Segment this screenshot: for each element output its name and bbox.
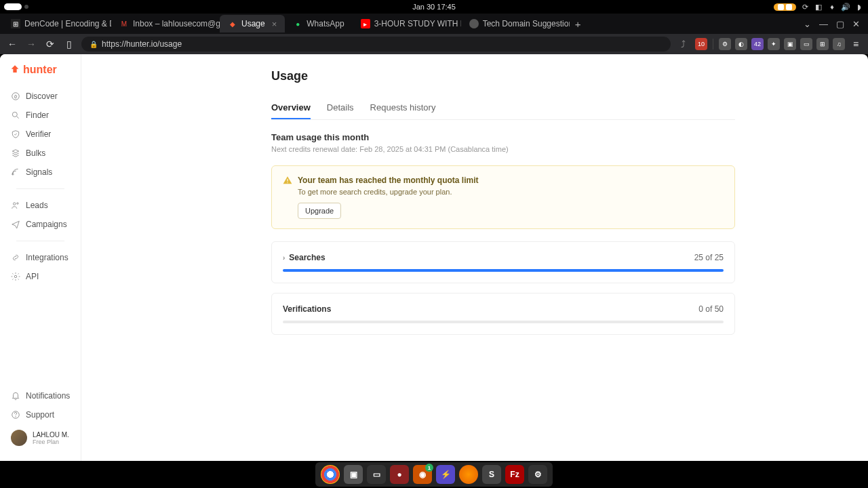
section-title: Team usage this month [271, 132, 735, 142]
dock-firefox-icon[interactable] [459, 465, 478, 484]
svg-point-4 [17, 203, 18, 204]
sidebar-item-notifications[interactable]: Notifications [7, 386, 74, 405]
dock-recorder-icon[interactable]: ● [390, 465, 409, 484]
tab-overview[interactable]: Overview [271, 97, 311, 119]
tab-favicon: ⊞ [11, 19, 20, 28]
sidebar-item-integrations[interactable]: Integrations [7, 248, 74, 267]
sidebar-item-label: Discover [26, 92, 58, 101]
brand-logo[interactable]: hunter [0, 64, 81, 87]
extension-icon[interactable]: ⚙ [719, 38, 731, 50]
tab-dencode[interactable]: ⊞ DenCode | Encoding & Dec [3, 15, 111, 33]
reader-mode-icon[interactable]: ▯ [62, 37, 76, 51]
extension-icon[interactable]: ⊞ [816, 38, 829, 50]
dock-filezilla-icon[interactable]: Fz [505, 465, 524, 484]
dock-sublime-icon[interactable]: S [482, 465, 501, 484]
extension-icon[interactable]: ◐ [735, 38, 747, 50]
activities-pill[interactable] [4, 3, 22, 10]
wifi-icon[interactable]: ◧ [814, 2, 823, 12]
hamburger-menu-icon[interactable]: ≡ [849, 37, 863, 51]
discover-icon [11, 92, 20, 101]
sidebar-item-support[interactable]: Support [7, 405, 74, 424]
user-plan: Free Plan [33, 439, 69, 445]
gmail-icon: M [119, 19, 129, 28]
page-viewport: hunter Discover Finder Verifier Bulks Si… [0, 54, 868, 461]
svg-point-7 [16, 417, 16, 418]
sidebar-item-leads[interactable]: Leads [7, 196, 74, 215]
dock-settings-icon[interactable]: ⚙ [528, 465, 547, 484]
tab-whatsapp[interactable]: ● WhatsApp [285, 15, 352, 33]
sidebar-item-label: Signals [26, 167, 52, 177]
user-account-row[interactable]: LAHLOU M. Free Plan [7, 424, 74, 451]
extension-icons: ⚙ ◐ 42 ✦ ▣ ▭ ⊞ ♫ ≡ [719, 37, 863, 51]
volume-icon[interactable]: 🔊 [841, 2, 850, 12]
chevron-right-icon: › [283, 254, 285, 262]
browser-url-bar: ← → ⟳ ▯ 🔒 https://hunter.io/usage ⤴ 10 ⚙… [0, 34, 868, 54]
usage-label: Verifications [283, 304, 331, 314]
check-shield-icon [11, 129, 20, 139]
browser-tab-strip: ⊞ DenCode | Encoding & Dec M Inbox – lah… [0, 14, 868, 34]
tab-label: WhatsApp [307, 19, 344, 28]
maximize-icon[interactable]: ▢ [836, 19, 844, 29]
whatsapp-icon: ● [293, 19, 302, 28]
youtube-icon: ▸ [361, 19, 370, 28]
extension-icon[interactable]: ▭ [800, 38, 812, 50]
alert-title: Your team has reached the monthly quota … [298, 176, 479, 185]
system-clock[interactable]: Jan 30 17:45 [412, 3, 456, 11]
svg-point-2 [12, 174, 14, 175]
tab-youtube[interactable]: ▸ 3-HOUR STUDY WITH ME [353, 15, 461, 33]
tabs-dropdown-icon[interactable]: ⌄ [804, 19, 811, 29]
battery-icon[interactable]: ◗ [854, 2, 864, 12]
svg-point-0 [12, 93, 20, 100]
forward-button[interactable]: → [24, 37, 38, 51]
sidebar-item-verifier[interactable]: Verifier [7, 125, 74, 144]
page-tabs: Overview Details Requests history [271, 97, 735, 120]
sidebar-item-finder[interactable]: Finder [7, 106, 74, 125]
sidebar-item-signals[interactable]: Signals [7, 163, 74, 182]
refresh-icon[interactable]: ⟳ [800, 2, 810, 12]
page-title: Usage [271, 69, 735, 83]
dock-files-icon[interactable]: ▣ [344, 465, 363, 484]
bluetooth-icon[interactable]: ♦ [827, 2, 837, 12]
upgrade-button[interactable]: Upgrade [298, 203, 341, 219]
back-button[interactable]: ← [5, 37, 19, 51]
share-icon[interactable]: ⤴ [676, 37, 690, 51]
hunter-logo-icon [9, 64, 20, 75]
dock-chrome-icon[interactable] [321, 465, 340, 484]
sidebar-item-discover[interactable]: Discover [7, 87, 74, 106]
tab-details[interactable]: Details [327, 97, 354, 119]
tab-inbox[interactable]: M Inbox – lahlousecom@gmail [111, 15, 220, 33]
sidebar-item-label: Verifier [26, 129, 51, 139]
recording-indicator[interactable] [774, 3, 796, 11]
close-icon[interactable]: × [272, 19, 277, 29]
usage-count: 25 of 25 [694, 253, 724, 262]
new-tab-button[interactable]: + [570, 18, 587, 30]
sidebar-item-api[interactable]: API [7, 267, 74, 286]
close-window-icon[interactable]: ✕ [852, 19, 860, 29]
dock-burp-icon[interactable]: ◉ [413, 465, 432, 484]
usage-card-verifications[interactable]: Verifications 0 of 50 [271, 293, 735, 335]
system-top-bar: Jan 30 17:45 ⟳ ◧ ♦ 🔊 ◗ [0, 0, 868, 14]
system-dock: ▣ ▭ ● ◉ ⚡ S Fz ⚙ [0, 461, 868, 488]
system-tray: ⟳ ◧ ♦ 🔊 ◗ [774, 2, 864, 12]
main-content: Usage Overview Details Requests history … [81, 54, 868, 461]
reload-button[interactable]: ⟳ [43, 37, 57, 51]
dock-tool-icon[interactable]: ⚡ [436, 465, 455, 484]
layers-icon [11, 148, 20, 158]
warning-icon [283, 176, 292, 185]
address-bar[interactable]: 🔒 https://hunter.io/usage [81, 37, 671, 52]
tab-requests-history[interactable]: Requests history [370, 97, 436, 119]
usage-card-searches[interactable]: › Searches 25 of 25 [271, 241, 735, 283]
tab-usage[interactable]: ◆ Usage × [220, 15, 285, 33]
dock-terminal-icon[interactable]: ▭ [367, 465, 386, 484]
minimize-icon[interactable]: — [819, 19, 828, 29]
extension-icon[interactable]: ✦ [768, 38, 780, 50]
extension-badge[interactable]: 10 [695, 38, 707, 50]
extension-icon[interactable]: 42 [751, 38, 764, 50]
sidebar-item-campaigns[interactable]: Campaigns [7, 215, 74, 234]
sidebar-item-bulks[interactable]: Bulks [7, 144, 74, 163]
extension-icon[interactable]: ♫ [833, 38, 845, 50]
tab-tech-domain[interactable]: Tech Domain Suggestions [461, 15, 570, 33]
svg-point-1 [12, 112, 17, 117]
hunter-icon: ◆ [228, 19, 237, 28]
extension-icon[interactable]: ▣ [784, 38, 796, 50]
